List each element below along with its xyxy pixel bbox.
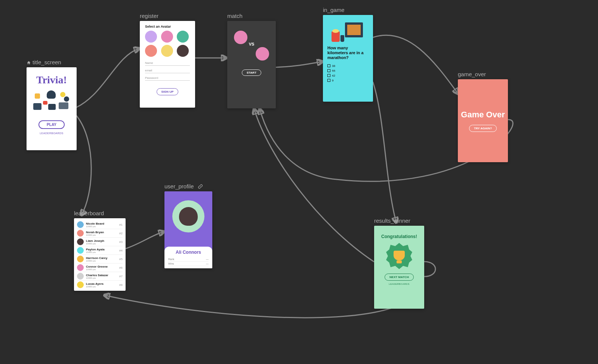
node-label-leaderboard: leaderboard bbox=[74, 210, 104, 216]
node-results-winner[interactable]: Congratulations! NEXT MATCH LEADERBOARDS bbox=[374, 226, 424, 309]
congrats-text: Congratulations! bbox=[381, 234, 417, 239]
leaderboard-name: Lucas Ayers bbox=[86, 282, 117, 286]
leaderboard-rank: #1 bbox=[119, 223, 123, 226]
leaderboard-row[interactable]: Harrison Carey10000 pts#5 bbox=[77, 255, 123, 263]
player1-avatar bbox=[234, 31, 247, 44]
signup-button[interactable]: SIGN UP bbox=[157, 88, 179, 95]
question-text: How many kilometers are in a marathon? bbox=[327, 46, 369, 61]
leaderboard-points: 10000 pts bbox=[86, 260, 117, 262]
name-field[interactable]: Name bbox=[145, 60, 190, 66]
app-title: Trivia! bbox=[27, 74, 77, 86]
leaderboard-avatar bbox=[77, 247, 84, 254]
answer-option[interactable]: 38 bbox=[327, 64, 369, 68]
profile-username: Ali Connors bbox=[168, 250, 209, 255]
leaderboard-avatar bbox=[77, 221, 84, 228]
vs-row: VS bbox=[227, 28, 276, 62]
avatar-option[interactable] bbox=[161, 45, 173, 57]
leaderboard-points: 10000 pts bbox=[86, 225, 117, 228]
leaderboard-row[interactable]: Norah Bryan10000 pts#2 bbox=[77, 229, 123, 238]
leaderboard-row[interactable]: Nicole Beard10000 pts#1 bbox=[77, 220, 123, 229]
node-label-register: register bbox=[140, 13, 158, 19]
leaderboard-avatar bbox=[77, 238, 84, 245]
email-field[interactable]: email bbox=[145, 67, 190, 73]
leaderboard-rank: #5 bbox=[119, 257, 123, 261]
avatar-option[interactable] bbox=[161, 31, 173, 43]
leaderboards-link[interactable]: LEADERBOARDS bbox=[27, 132, 77, 135]
answer-option[interactable]: 42 bbox=[327, 74, 369, 77]
leaderboard-name: Charles Salazar bbox=[86, 274, 117, 277]
leaderboard-row[interactable]: Connor Greene10000 pts#6 bbox=[77, 263, 123, 272]
avatar-option[interactable] bbox=[145, 45, 157, 57]
leaderboard-points: 10000 pts bbox=[86, 234, 117, 236]
node-user-profile[interactable]: Ali Connors Rank— Wins— bbox=[164, 191, 212, 268]
leaderboard-rank: #3 bbox=[119, 240, 123, 244]
avatar-option[interactable] bbox=[177, 45, 189, 57]
title-icon-cluster bbox=[31, 89, 72, 115]
next-match-button[interactable]: NEXT MATCH bbox=[385, 274, 414, 281]
node-match[interactable]: VS START bbox=[227, 21, 276, 108]
flow-arrows bbox=[0, 0, 598, 364]
leaderboard-name: Harrison Carey bbox=[86, 256, 117, 260]
play-button[interactable]: PLAY bbox=[38, 120, 65, 129]
vs-text: VS bbox=[249, 42, 255, 46]
profile-stat: Wins— bbox=[168, 262, 209, 266]
start-button[interactable]: START bbox=[242, 70, 261, 76]
leaderboard-points: 10000 pts bbox=[86, 268, 117, 271]
avatar-grid bbox=[145, 31, 190, 57]
leaderboard-name: Connor Greene bbox=[86, 265, 117, 268]
home-icon bbox=[27, 60, 31, 66]
avatar-option[interactable] bbox=[145, 31, 157, 43]
node-label-user-profile: user_profile bbox=[164, 183, 203, 190]
password-field[interactable]: Password bbox=[145, 75, 190, 81]
leaderboard-name: Nicole Beard bbox=[86, 222, 117, 225]
player2-avatar bbox=[256, 47, 269, 61]
leaderboard-rank: #8 bbox=[119, 283, 123, 287]
leaderboard-points: 10000 pts bbox=[86, 243, 117, 245]
leaderboard-row[interactable]: Payton Ayala10000 pts#4 bbox=[77, 246, 123, 255]
answer-option[interactable]: 55 bbox=[327, 69, 369, 73]
node-register[interactable]: Select an Avatar Name email Password SIG… bbox=[140, 21, 195, 108]
leaderboard-avatar bbox=[77, 281, 84, 288]
try-again-button[interactable]: TRY AGAIN? bbox=[469, 125, 497, 132]
leaderboard-rank: #6 bbox=[119, 266, 123, 269]
leaderboard-rank: #7 bbox=[119, 275, 123, 278]
answer-option[interactable]: 9 bbox=[327, 79, 369, 82]
link-icon bbox=[198, 184, 203, 190]
node-label-title-screen: title_screen bbox=[27, 59, 61, 66]
leaderboard-row[interactable]: Charles Salazar10000 pts#7 bbox=[77, 272, 123, 281]
leaderboard-row[interactable]: Liam Joseph10000 pts#3 bbox=[77, 238, 123, 246]
flow-canvas[interactable]: title_screen Trivia! PLAY LEADERBOARDS r… bbox=[0, 0, 598, 364]
leaderboard-avatar bbox=[77, 273, 84, 280]
register-heading: Select an Avatar bbox=[145, 25, 190, 28]
leaderboard-points: 10000 pts bbox=[86, 286, 117, 288]
leaderboard-name: Payton Ayala bbox=[86, 248, 117, 251]
node-title-screen[interactable]: Trivia! PLAY LEADERBOARDS bbox=[27, 67, 77, 150]
leaderboards-link[interactable]: LEADERBOARDS bbox=[389, 283, 409, 285]
profile-stat: Rank— bbox=[168, 257, 209, 262]
node-label-game-over: game_over bbox=[458, 71, 486, 77]
leaderboard-avatar bbox=[77, 256, 84, 262]
node-in-game[interactable]: How many kilometers are in a marathon? 3… bbox=[323, 15, 373, 102]
game-over-title: Game Over bbox=[461, 110, 505, 120]
profile-avatar bbox=[172, 200, 204, 232]
avatar-option[interactable] bbox=[177, 31, 189, 43]
leaderboard-points: 10000 pts bbox=[86, 277, 117, 279]
question-illustration bbox=[333, 19, 363, 42]
node-leaderboard[interactable]: Nicole Beard10000 pts#1Norah Bryan10000 … bbox=[74, 218, 126, 291]
leaderboard-row[interactable]: Lucas Ayers10000 pts#8 bbox=[77, 281, 123, 289]
trophy-badge bbox=[386, 243, 412, 269]
leaderboard-avatar bbox=[77, 264, 84, 271]
leaderboard-points: 10000 pts bbox=[86, 251, 117, 253]
node-label-in-game: in_game bbox=[323, 7, 345, 13]
leaderboard-name: Liam Joseph bbox=[86, 239, 117, 243]
leaderboard-rank: #2 bbox=[119, 232, 123, 235]
node-label-match: match bbox=[227, 13, 243, 19]
node-label-results-winner: results_winner bbox=[374, 218, 410, 224]
leaderboard-name: Norah Bryan bbox=[86, 231, 117, 234]
node-game-over[interactable]: Game Over TRY AGAIN? bbox=[458, 79, 508, 162]
leaderboard-avatar bbox=[77, 230, 84, 237]
leaderboard-rank: #4 bbox=[119, 249, 123, 252]
